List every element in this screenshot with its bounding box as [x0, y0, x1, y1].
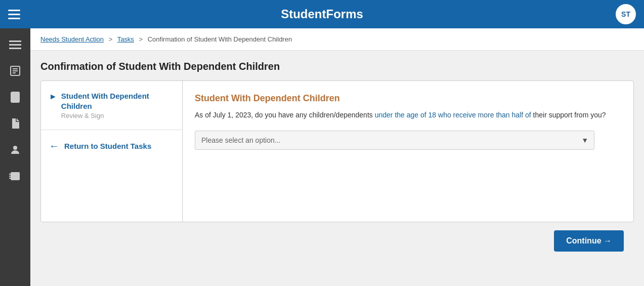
- breadcrumb-tasks[interactable]: Tasks: [117, 35, 134, 43]
- continue-button[interactable]: Continue →: [554, 230, 624, 252]
- left-panel-item-subtitle: Review & Sign: [61, 112, 174, 119]
- return-label: Return to Student Tasks: [64, 141, 151, 151]
- svg-point-10: [13, 146, 17, 150]
- chevron-right-icon: ►: [49, 92, 57, 101]
- breadcrumb: Needs Student Action > Tasks > Confirmat…: [30, 28, 644, 51]
- breadcrumb-sep-1: >: [109, 35, 113, 43]
- left-panel-item-dependent-children[interactable]: ► Student With Dependent Children Review…: [41, 81, 182, 130]
- body-highlight: under the age of 18 who receive more tha…: [375, 111, 531, 119]
- return-to-student-tasks[interactable]: ← Return to Student Tasks: [41, 130, 182, 162]
- left-panel-item-text: Student With Dependent Children Review &…: [61, 91, 174, 119]
- svg-point-12: [14, 174, 17, 177]
- sidebar: [0, 28, 30, 286]
- svg-rect-2: [9, 48, 21, 49]
- svg-rect-1: [9, 44, 21, 46]
- form-card: ► Student With Dependent Children Review…: [40, 80, 634, 222]
- content-area: Needs Student Action > Tasks > Confirmat…: [30, 28, 644, 286]
- avatar[interactable]: ST: [616, 4, 636, 24]
- body-suffix: their support from you?: [533, 111, 606, 119]
- sidebar-item-profile[interactable]: [0, 138, 30, 162]
- sidebar-item-checklist[interactable]: [0, 85, 30, 109]
- app-title: StudentForms: [281, 7, 363, 21]
- breadcrumb-sep-2: >: [139, 35, 143, 43]
- breadcrumb-current: Confirmation of Student With Dependent C…: [148, 35, 292, 43]
- card-right-body: As of July 1, 2023, do you have any chil…: [195, 110, 621, 120]
- main-layout: Needs Student Action > Tasks > Confirmat…: [0, 28, 644, 286]
- page-footer: Continue →: [40, 222, 634, 260]
- card-left-panel: ► Student With Dependent Children Review…: [41, 81, 183, 222]
- left-panel-item-title[interactable]: Student With Dependent Children: [61, 91, 174, 111]
- svg-rect-0: [9, 40, 21, 42]
- hamburger-menu-icon[interactable]: [8, 10, 20, 19]
- breadcrumb-needs-student-action[interactable]: Needs Student Action: [40, 35, 104, 43]
- page-title: Confirmation of Student With Dependent C…: [40, 61, 634, 72]
- return-arrow-icon: ←: [49, 140, 59, 152]
- sidebar-item-contacts[interactable]: [0, 164, 30, 188]
- option-select[interactable]: Please select an option... Yes No: [195, 131, 594, 150]
- card-right-title: Student With Dependent Children: [195, 93, 621, 104]
- sidebar-item-document[interactable]: [0, 111, 30, 136]
- page-content: Confirmation of Student With Dependent C…: [30, 51, 644, 270]
- option-dropdown-wrapper: Please select an option... Yes No ▼: [195, 131, 594, 150]
- header: StudentForms ST: [0, 0, 644, 28]
- card-right-panel: Student With Dependent Children As of Ju…: [183, 81, 633, 222]
- body-prefix: As of July 1, 2023, do you have any chil…: [195, 111, 373, 119]
- sidebar-item-menu[interactable]: [0, 32, 30, 57]
- sidebar-item-tasks[interactable]: [0, 59, 30, 83]
